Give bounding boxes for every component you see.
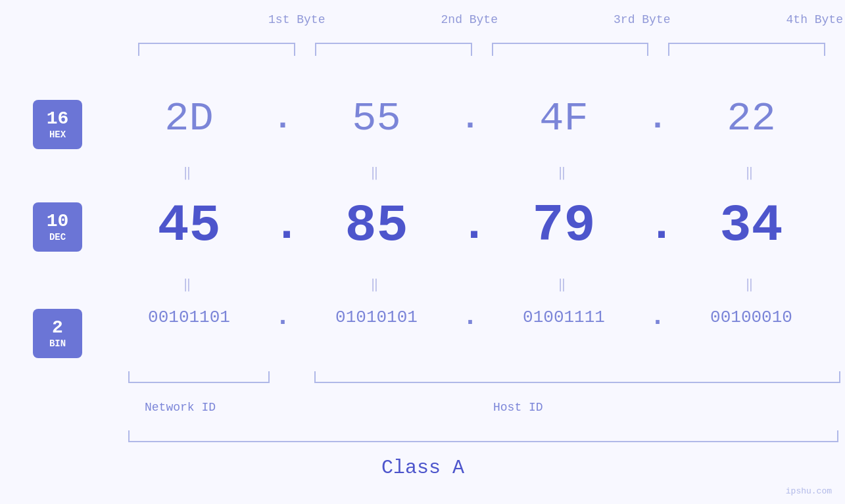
dot-bin-2: . bbox=[460, 302, 480, 332]
bin-byte-3: 01001111 bbox=[480, 308, 648, 327]
dot-dec-2: . bbox=[460, 200, 480, 252]
host-id-bracket bbox=[314, 371, 840, 383]
bracket-top-1 bbox=[138, 43, 295, 56]
column-headers: 1st Byte 2nd Byte 3rd Byte 4th Byte bbox=[210, 13, 845, 26]
watermark: ipshu.com bbox=[786, 486, 832, 496]
hex-byte-1: 2D bbox=[105, 95, 273, 142]
dot-dec-1: . bbox=[273, 200, 293, 252]
dec-badge: 10 DEC bbox=[33, 202, 82, 252]
bin-badge: 2 BIN bbox=[33, 309, 82, 358]
hex-row: 2D . 55 . 4F . 22 bbox=[105, 95, 835, 142]
pipes-dec-bin: ‖ ‖ ‖ ‖ bbox=[105, 276, 835, 292]
dot-hex-1: . bbox=[273, 100, 293, 137]
bin-badge-number: 2 bbox=[52, 318, 63, 338]
class-label: Class A bbox=[381, 457, 464, 479]
pipe-8: ‖ bbox=[667, 276, 835, 292]
network-id-label: Network ID bbox=[145, 401, 216, 414]
dec-byte-1: 45 bbox=[105, 196, 273, 256]
col-header-4: 4th Byte bbox=[729, 13, 846, 26]
bracket-top-4 bbox=[668, 43, 825, 56]
hex-byte-4: 22 bbox=[667, 95, 835, 142]
pipe-7: ‖ bbox=[480, 276, 648, 292]
dot-bin-1: . bbox=[273, 302, 293, 332]
dec-row: 45 . 85 . 79 . 34 bbox=[105, 196, 835, 256]
pipes-hex-dec: ‖ ‖ ‖ ‖ bbox=[105, 164, 835, 181]
dec-badge-label: DEC bbox=[49, 232, 66, 242]
host-id-label: Host ID bbox=[493, 401, 543, 414]
pipe-4: ‖ bbox=[667, 164, 835, 181]
top-brackets bbox=[128, 43, 835, 56]
dec-byte-2: 85 bbox=[293, 196, 460, 256]
bin-byte-1: 00101101 bbox=[105, 308, 273, 327]
pipe-6: ‖ bbox=[293, 276, 460, 292]
hex-badge: 16 HEX bbox=[33, 100, 82, 149]
bin-byte-2: 01010101 bbox=[293, 308, 460, 327]
main-container: 1st Byte 2nd Byte 3rd Byte 4th Byte 16 H… bbox=[0, 0, 845, 504]
dot-bin-3: . bbox=[648, 302, 667, 332]
pipe-1: ‖ bbox=[105, 164, 273, 181]
col-header-1: 1st Byte bbox=[210, 13, 383, 26]
dot-hex-3: . bbox=[648, 100, 667, 137]
hex-badge-number: 16 bbox=[47, 109, 69, 129]
pipe-2: ‖ bbox=[293, 164, 460, 181]
pipe-5: ‖ bbox=[105, 276, 273, 292]
col-header-2: 2nd Byte bbox=[383, 13, 556, 26]
bracket-top-3 bbox=[492, 43, 649, 56]
bin-byte-4: 00100010 bbox=[667, 308, 835, 327]
dec-badge-number: 10 bbox=[47, 212, 69, 232]
dec-byte-4: 34 bbox=[667, 196, 835, 256]
dot-hex-2: . bbox=[460, 100, 480, 137]
class-bracket bbox=[128, 430, 838, 442]
hex-badge-label: HEX bbox=[49, 129, 66, 140]
hex-byte-2: 55 bbox=[293, 95, 460, 142]
network-id-bracket bbox=[128, 371, 270, 383]
hex-byte-3: 4F bbox=[480, 95, 648, 142]
bracket-top-2 bbox=[315, 43, 472, 56]
bin-badge-label: BIN bbox=[49, 338, 66, 349]
pipe-3: ‖ bbox=[480, 164, 648, 181]
dec-byte-3: 79 bbox=[480, 196, 648, 256]
bin-row: 00101101 . 01010101 . 01001111 . 0010001… bbox=[105, 302, 835, 332]
dot-dec-3: . bbox=[648, 200, 667, 252]
col-header-3: 3rd Byte bbox=[556, 13, 729, 26]
